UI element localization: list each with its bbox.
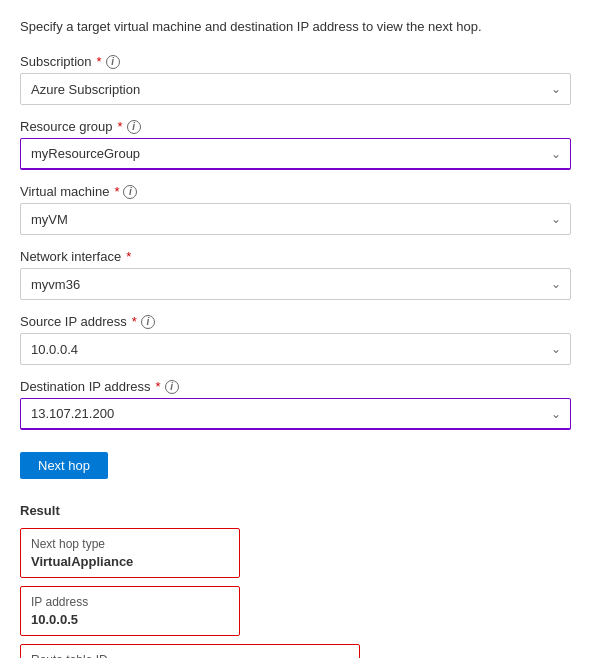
virtual-machine-field-group: Virtual machine * i myVM ⌄ — [20, 184, 571, 235]
subscription-field-group: Subscription * i Azure Subscription ⌄ — [20, 54, 571, 105]
virtual-machine-required: * — [114, 184, 119, 199]
destination-ip-required: * — [156, 379, 161, 394]
network-interface-field-group: Network interface * myvm36 ⌄ — [20, 249, 571, 300]
next-hop-type-label: Next hop type — [31, 537, 229, 551]
resource-group-select-wrapper: myResourceGroup ⌄ — [20, 138, 571, 170]
source-ip-info-icon[interactable]: i — [141, 315, 155, 329]
destination-ip-select[interactable]: 13.107.21.200 — [20, 398, 571, 430]
next-hop-button[interactable]: Next hop — [20, 452, 108, 479]
destination-ip-label: Destination IP address * i — [20, 379, 571, 394]
virtual-machine-label: Virtual machine * i — [20, 184, 571, 199]
network-interface-required: * — [126, 249, 131, 264]
result-title: Result — [20, 503, 571, 518]
subscription-select-wrapper: Azure Subscription ⌄ — [20, 73, 571, 105]
source-ip-select[interactable]: 10.0.0.4 — [20, 333, 571, 365]
source-ip-required: * — [132, 314, 137, 329]
resource-group-info-icon[interactable]: i — [127, 120, 141, 134]
route-table-card: Route table ID /subscriptions/abcdef01-2… — [20, 644, 360, 658]
subscription-required: * — [97, 54, 102, 69]
resource-group-field-group: Resource group * i myResourceGroup ⌄ — [20, 119, 571, 170]
destination-ip-select-wrapper: 13.107.21.200 ⌄ — [20, 398, 571, 430]
virtual-machine-select[interactable]: myVM — [20, 203, 571, 235]
resource-group-select[interactable]: myResourceGroup — [20, 138, 571, 170]
source-ip-label: Source IP address * i — [20, 314, 571, 329]
page-description: Specify a target virtual machine and des… — [20, 18, 571, 36]
virtual-machine-select-wrapper: myVM ⌄ — [20, 203, 571, 235]
result-section: Result Next hop type VirtualAppliance IP… — [20, 503, 571, 658]
ip-address-card: IP address 10.0.0.5 — [20, 586, 240, 636]
resource-group-label: Resource group * i — [20, 119, 571, 134]
route-table-label: Route table ID — [31, 653, 349, 658]
subscription-select[interactable]: Azure Subscription — [20, 73, 571, 105]
source-ip-select-wrapper: 10.0.0.4 ⌄ — [20, 333, 571, 365]
destination-ip-info-icon[interactable]: i — [165, 380, 179, 394]
network-interface-select[interactable]: myvm36 — [20, 268, 571, 300]
network-interface-label: Network interface * — [20, 249, 571, 264]
subscription-label: Subscription * i — [20, 54, 571, 69]
next-hop-type-value: VirtualAppliance — [31, 554, 229, 569]
destination-ip-field-group: Destination IP address * i 13.107.21.200… — [20, 379, 571, 430]
virtual-machine-info-icon[interactable]: i — [123, 185, 137, 199]
next-hop-type-card: Next hop type VirtualAppliance — [20, 528, 240, 578]
ip-address-label: IP address — [31, 595, 229, 609]
ip-address-value: 10.0.0.5 — [31, 612, 229, 627]
source-ip-field-group: Source IP address * i 10.0.0.4 ⌄ — [20, 314, 571, 365]
resource-group-required: * — [118, 119, 123, 134]
network-interface-select-wrapper: myvm36 ⌄ — [20, 268, 571, 300]
subscription-info-icon[interactable]: i — [106, 55, 120, 69]
